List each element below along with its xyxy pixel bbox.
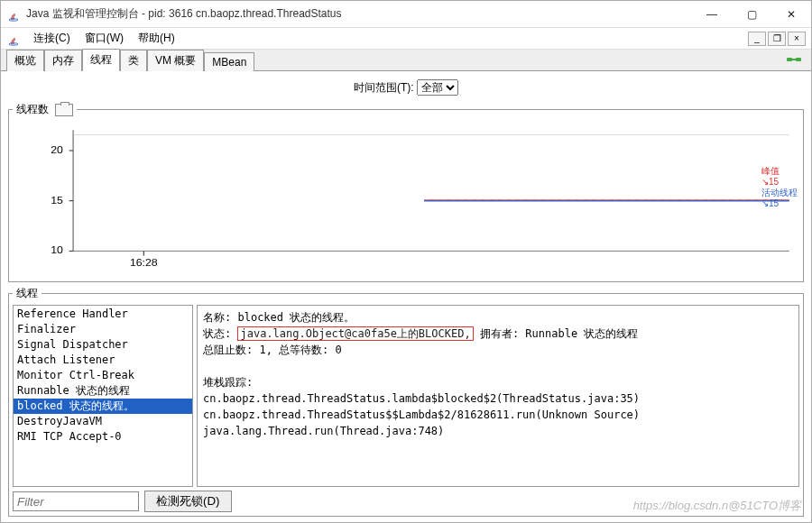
stack-line: cn.baopz.thread.ThreadStatus.lambda$bloc… (203, 390, 793, 407)
thread-item[interactable]: DestroyJavaVM (14, 414, 192, 429)
thread-count-chart: 10 15 20 16:28 (13, 121, 799, 270)
menu-window[interactable]: 窗口(W) (79, 29, 129, 48)
stack-label: 堆栈跟踪: (203, 374, 793, 390)
mdi-window-controls: _ ❐ × (748, 32, 806, 46)
thread-count-chart-panel: 线程数 10 15 20 16:28 (8, 102, 804, 282)
java-icon (6, 7, 21, 22)
thread-item[interactable]: blocked 状态的线程。 (14, 399, 192, 414)
threads-panel: 线程 Reference HandlerFinalizerSignal Disp… (8, 286, 804, 517)
time-range-label: 时间范围(T): (354, 81, 414, 94)
svg-rect-4 (791, 59, 797, 60)
window-title: Java 监视和管理控制台 - pid: 3616 cn.baopz.threa… (26, 6, 692, 22)
chart-end-labels: 峰值 ↘15 活动线程 ↘15 (761, 166, 798, 209)
thread-item[interactable]: Finalizer (14, 322, 192, 337)
mdi-restore-button[interactable]: ❐ (768, 32, 786, 46)
thread-detail: 名称: blocked 状态的线程。 状态: java.lang.Object@… (197, 305, 799, 487)
detail-state-highlight: java.lang.Object@ca0fa5e上的BLOCKED, (237, 326, 473, 341)
detail-totals: 总阻止数: 1, 总等待数: 0 (203, 342, 793, 358)
tab-MBean[interactable]: MBean (204, 52, 254, 71)
menu-help[interactable]: 帮助(H) (133, 29, 180, 48)
minimize-button[interactable]: — (692, 2, 732, 27)
stack-line: cn.baopz.thread.ThreadStatus$$Lambda$2/8… (203, 407, 793, 423)
maximize-button[interactable]: ▢ (732, 2, 771, 27)
detect-deadlock-button[interactable]: 检测死锁(D) (144, 491, 232, 512)
time-range-row: 时间范围(T): 全部 (8, 77, 804, 98)
svg-point-1 (9, 42, 18, 44)
tab-类[interactable]: 类 (120, 50, 147, 71)
thread-item[interactable]: Signal Dispatcher (14, 337, 192, 353)
close-button[interactable]: ✕ (771, 2, 811, 27)
content-area: 时间范围(T): 全部 线程数 10 15 20 (1, 71, 811, 522)
thread-item[interactable]: RMI TCP Accept-0 (14, 429, 192, 445)
java-icon (6, 32, 21, 46)
menu-connect[interactable]: 连接(C) (28, 29, 76, 48)
chart-legend: 线程数 (13, 102, 77, 117)
tab-概览[interactable]: 概览 (6, 50, 44, 71)
thread-item[interactable]: Attach Listener (14, 353, 192, 368)
stack-line: java.lang.Thread.run(Thread.java:748) (203, 423, 793, 439)
time-range-select[interactable]: 全部 (417, 79, 458, 96)
mdi-close-button[interactable]: × (788, 32, 806, 46)
thread-list[interactable]: Reference HandlerFinalizerSignal Dispatc… (13, 305, 193, 487)
tab-内存[interactable]: 内存 (44, 50, 82, 71)
thread-item[interactable]: Monitor Ctrl-Break (14, 368, 192, 383)
svg-text:20: 20 (51, 144, 63, 156)
svg-text:10: 10 (51, 244, 63, 256)
menubar: 连接(C) 窗口(W) 帮助(H) _ ❐ × (1, 28, 811, 50)
tab-线程[interactable]: 线程 (82, 49, 120, 71)
svg-text:16:28: 16:28 (130, 256, 158, 268)
connection-status-icon (786, 53, 802, 66)
threads-legend: 线程 (13, 286, 42, 301)
svg-text:15: 15 (51, 194, 63, 206)
tab-VM 概要[interactable]: VM 概要 (147, 50, 204, 71)
window-titlebar: Java 监视和管理控制台 - pid: 3616 cn.baopz.threa… (1, 1, 811, 28)
detail-name: blocked 状态的线程。 (237, 311, 355, 324)
filter-input[interactable] (13, 491, 139, 511)
mdi-minimize-button[interactable]: _ (748, 32, 766, 46)
thread-item[interactable]: Reference Handler (14, 307, 192, 322)
svg-point-0 (9, 18, 18, 20)
thread-item[interactable]: Runnable 状态的线程 (14, 383, 192, 399)
camera-icon[interactable] (55, 104, 73, 116)
tab-bar: 概览内存线程类VM 概要MBean (1, 50, 811, 71)
